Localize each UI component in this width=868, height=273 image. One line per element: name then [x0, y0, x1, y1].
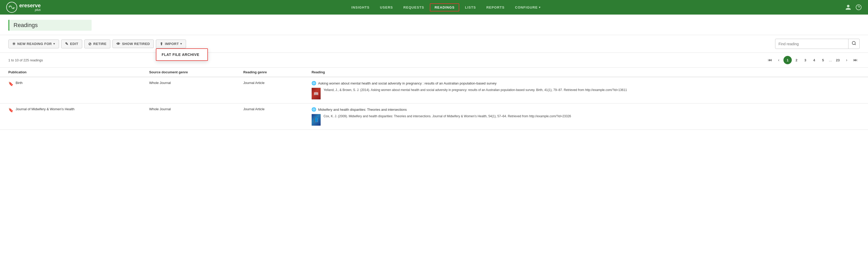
publication-icon-2: 🔖 [8, 108, 13, 112]
import-icon: ⬆ [160, 42, 163, 46]
publication-cell-2: 🔖 Journal of Midwifery & Women's Health [0, 103, 141, 130]
col-reading-genre: Reading genre [235, 68, 303, 77]
book-thumbnail-1 [311, 88, 321, 100]
reading-title-2: Midwifery and health disparities: Theori… [318, 108, 407, 111]
table-row: 🔖 Birth Whole Journal Journal Article 🌐 … [0, 77, 868, 103]
logo-icon [6, 2, 17, 13]
svg-point-3 [852, 41, 855, 44]
user-icon [845, 4, 851, 10]
page-title-area: Readings [0, 14, 868, 35]
search-area [775, 39, 860, 49]
globe-icon-1: 🌐 [311, 81, 316, 86]
nav-readings[interactable]: READINGS [430, 3, 459, 11]
reading-title-1: Asking women about mental health and soc… [318, 81, 496, 85]
flat-file-archive-item[interactable]: FLAT FILE ARCHIVE [156, 50, 207, 59]
pagination-page-4[interactable]: 4 [810, 56, 818, 64]
configure-dropdown-icon: ▾ [539, 6, 541, 9]
pagination-page-1[interactable]: 1 [783, 56, 792, 64]
nav-lists[interactable]: LISTS [460, 3, 480, 11]
page-title: Readings [13, 22, 38, 28]
pagination-ellipsis: … [828, 58, 833, 62]
page-title-bar: Readings [8, 20, 92, 31]
publication-name-1: Birth [16, 81, 23, 85]
pagination-page-last[interactable]: 23 [834, 56, 842, 64]
readings-table: Publication Source document genre Readin… [0, 68, 868, 130]
pagination-last[interactable]: ⏭ [851, 56, 860, 64]
publication-icon-1: 🔖 [8, 81, 13, 86]
source-genre-cell-1: Whole Journal [141, 77, 235, 103]
search-icon [851, 41, 856, 45]
globe-icon-2: 🌐 [311, 107, 316, 112]
pagination-prev[interactable]: ‹ [775, 56, 783, 64]
table-body: 🔖 Birth Whole Journal Journal Article 🌐 … [0, 77, 868, 130]
pagination-page-3[interactable]: 3 [801, 56, 809, 64]
brand-plus: plus [19, 8, 40, 12]
user-icon-button[interactable] [845, 4, 851, 10]
nav-configure[interactable]: CONFIGURE ▾ [510, 3, 545, 11]
publication-cell-1: 🔖 Birth [0, 77, 141, 103]
import-button[interactable]: ⬆ IMPORT ▾ [156, 39, 186, 48]
table-row: 🔖 Journal of Midwifery & Women's Health … [0, 103, 868, 130]
pagination: ⏮ ‹ 1 2 3 4 5 … 23 › ⏭ [766, 56, 860, 64]
edit-button[interactable]: ✎ EDIT [61, 39, 82, 48]
help-icon [856, 4, 862, 10]
reading-citation-1: Yelland, J., & Brown, S. J. (2014). Aski… [323, 88, 627, 92]
book-thumbnail-2 [311, 114, 321, 126]
show-retired-icon: 👁 [116, 42, 121, 46]
nav-right-actions [845, 4, 862, 10]
asterisk-icon: ✳ [12, 42, 16, 46]
reading-citation-2: Cox, K. J. (2009). Midwifery and health … [323, 114, 571, 118]
nav-insights[interactable]: INSIGHTS [347, 3, 374, 11]
col-source-document-genre: Source document genre [141, 68, 235, 77]
pagination-first[interactable]: ⏮ [766, 56, 774, 64]
publication-name-2: Journal of Midwifery & Women's Health [16, 107, 74, 111]
brand-name: ereserve [19, 3, 40, 8]
reading-genre-cell-2: Journal Article [235, 103, 303, 130]
new-reading-dropdown-icon: ▾ [53, 42, 55, 45]
page-content: Readings ✳ NEW READING FOR ▾ ✎ EDIT ⊘ RE… [0, 14, 868, 273]
import-dropdown-icon: ▾ [180, 42, 182, 45]
new-reading-button[interactable]: ✳ NEW READING FOR ▾ [8, 39, 59, 48]
pagination-page-2[interactable]: 2 [792, 56, 801, 64]
results-bar: 1 to 10 of 225 readings ⏮ ‹ 1 2 3 4 5 … … [0, 53, 868, 68]
reading-genre-cell-1: Journal Article [235, 77, 303, 103]
help-icon-button[interactable] [856, 4, 862, 10]
retire-icon: ⊘ [88, 42, 92, 46]
nav-requests[interactable]: REQUESTS [399, 3, 429, 11]
pagination-page-5[interactable]: 5 [819, 56, 827, 64]
reading-cell-1: 🌐 Asking women about mental health and s… [303, 77, 868, 103]
nav-users[interactable]: USERS [375, 3, 398, 11]
results-count: 1 to 10 of 225 readings [8, 58, 43, 62]
retire-button[interactable]: ⊘ RETIRE [84, 39, 110, 48]
svg-line-4 [855, 44, 856, 45]
search-button[interactable] [848, 39, 860, 48]
import-dropdown-wrapper: ⬆ IMPORT ▾ FLAT FILE ARCHIVE [156, 39, 186, 48]
show-retired-button[interactable]: 👁 SHOW RETIRED [113, 39, 154, 48]
toolbar: ✳ NEW READING FOR ▾ ✎ EDIT ⊘ RETIRE 👁 SH… [0, 35, 868, 53]
topnav: ereserve plus INSIGHTS USERS REQUESTS RE… [0, 0, 868, 14]
import-dropdown-menu: FLAT FILE ARCHIVE [156, 48, 208, 61]
source-genre-cell-2: Whole Journal [141, 103, 235, 130]
col-publication: Publication [0, 68, 141, 77]
nav-reports[interactable]: REPORTS [482, 3, 509, 11]
reading-cell-2: 🌐 Midwifery and health disparities: Theo… [303, 103, 868, 130]
table-head: Publication Source document genre Readin… [0, 68, 868, 77]
col-reading: Reading [303, 68, 868, 77]
search-input[interactable] [775, 40, 848, 48]
main-nav: INSIGHTS USERS REQUESTS READINGS LISTS R… [51, 3, 841, 11]
logo[interactable]: ereserve plus [6, 2, 40, 13]
pagination-next[interactable]: › [842, 56, 851, 64]
edit-icon: ✎ [65, 42, 69, 46]
